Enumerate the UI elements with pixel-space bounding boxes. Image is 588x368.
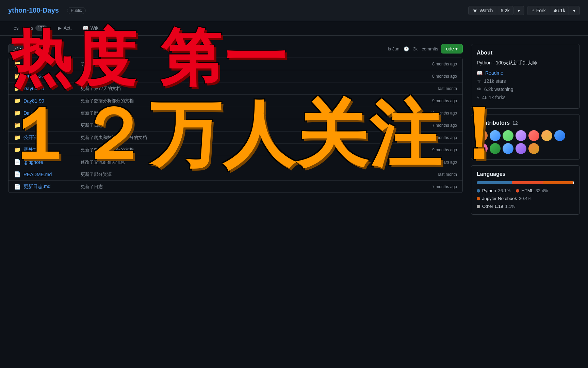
file-time: 5 months ago (416, 135, 457, 140)
file-time: 8 months ago (416, 62, 457, 66)
nav-right: 👁 Watch 6.2k ▾ ⑂ Fork 46.1k ▾ (468, 6, 580, 15)
folder-icon: 📁 (14, 73, 21, 79)
tab-insights-label: ts (111, 25, 114, 31)
file-name[interactable]: res (23, 123, 78, 128)
contributor-avatar[interactable] (528, 143, 539, 154)
commit-count: 3k (413, 46, 418, 51)
contributor-avatar[interactable] (477, 130, 488, 141)
python-label: Python (482, 188, 496, 193)
issues-count: 179 (35, 25, 47, 31)
chevron-down-icon-code: ▾ (455, 46, 458, 51)
folder-icon: 📁 (14, 122, 21, 128)
file-time: 11 months ago (416, 111, 457, 116)
contributor-avatar[interactable] (528, 130, 539, 141)
html-label: HTML (521, 188, 533, 193)
star-icon-about: ☆ (477, 78, 481, 84)
contributors-section: Contributors 12 (471, 114, 580, 160)
contributor-avatar[interactable] (541, 130, 552, 141)
file-commit: 修改了交流群相关信息 (81, 159, 413, 165)
folder-icon: 📁 (14, 147, 21, 153)
file-commit: 了网友..的错误 (81, 61, 413, 67)
file-name[interactable]: Day66-80 (23, 86, 78, 91)
contributor-avatar[interactable] (503, 130, 513, 141)
contributor-avatar[interactable] (516, 130, 526, 141)
tab-insights[interactable]: ts (105, 21, 120, 35)
contributor-avatar[interactable] (503, 143, 513, 154)
contributor-avatar[interactable] (490, 143, 501, 154)
file-commit: 更新了部分文档 (81, 110, 413, 116)
file-name[interactable]: Day..10 (23, 61, 78, 67)
commits-label: commits (422, 46, 438, 51)
folder-icon: 📁 (14, 61, 21, 67)
tab-issues[interactable]: ts 179 (24, 21, 52, 35)
contributor-avatar[interactable] (516, 143, 526, 154)
tab-wiki[interactable]: 📖 Wik. (77, 21, 105, 35)
contributor-avatars (477, 130, 574, 154)
repo-name[interactable]: ython-100-Days (8, 6, 59, 14)
readme-link[interactable]: Readme (485, 70, 503, 76)
watch-dropdown[interactable]: ▾ (513, 6, 524, 15)
file-commit: 更新了第77天的文档 (81, 86, 413, 92)
branch-selector[interactable]: ⎇ p ▾ (8, 44, 32, 53)
jupyter-dot (477, 197, 480, 200)
html-pct: 32.4% (536, 188, 548, 193)
commit-date: is Jun (388, 46, 399, 51)
file-commit: 更 (81, 73, 413, 79)
code-label: ode (446, 46, 454, 51)
html-dot (516, 189, 519, 193)
contributor-avatar[interactable] (554, 130, 565, 141)
fork-count[interactable]: 46.1k (550, 6, 569, 15)
other-bar (573, 181, 574, 184)
book-icon-about: 📖 (477, 70, 483, 76)
languages-section: Languages Python 36.1% HTML (471, 165, 580, 215)
play-icon: ▶ (58, 25, 62, 31)
python-bar (477, 181, 512, 184)
about-forks: ⑂ 46.1k forks (477, 95, 574, 100)
contributor-avatar[interactable] (490, 130, 501, 141)
other-dot (477, 205, 480, 208)
file-name[interactable]: Day81-90 (23, 98, 78, 104)
folder-icon: 📁 (14, 85, 21, 92)
file-name[interactable]: .gitignore (23, 159, 78, 165)
contributors-title: Contributors 12 (477, 120, 574, 126)
jupyter-pct: 30.4% (519, 196, 532, 201)
contributors-label: Contributors (477, 120, 510, 126)
tab-actions[interactable]: ▶ Act. (52, 21, 77, 35)
watch-count[interactable]: 6.2k (497, 6, 513, 15)
contributor-avatar[interactable] (477, 143, 488, 154)
file-row: 📄 更新日志.md 更新了日志 7 months ago (9, 181, 462, 193)
file-name[interactable]: 公开课 (23, 135, 78, 141)
file-row: 📁 公开课 更新了爬虫和数据分析部分的文档 5 months ago (9, 132, 462, 144)
about-stars: ☆ 121k stars (477, 78, 574, 84)
python-dot (477, 189, 480, 193)
fork-icon: ⑂ (532, 8, 534, 13)
jupyter-bar (543, 181, 573, 184)
fork-dropdown[interactable]: ▾ (569, 6, 580, 15)
file-row: 📁 Day81-90 更新了数据分析部分的文档 9 months ago (9, 95, 462, 107)
language-item-jupyter: Jupyter Notebook 30.4% (477, 196, 532, 201)
watch-button[interactable]: 👁 Watch (468, 6, 497, 15)
file-name[interactable]: Day91-100 (23, 110, 78, 116)
file-browser: ⎇ p ▾ is Jun 🕐 3k commits ode ▾ (8, 44, 463, 358)
fork-icon-about: ⑂ (477, 95, 479, 100)
tab-code[interactable]: es (8, 21, 24, 35)
commit-info: is Jun 🕐 3k commits (388, 46, 438, 51)
jupyter-label: Jupyter Notebook (482, 196, 517, 201)
about-readme: 📖 Readme (477, 70, 574, 76)
github-page: ython-100-Days Public 👁 Watch 6.2k ▾ ⑂ F… (0, 0, 588, 368)
about-description: Python - 100天从新手到大师 (477, 60, 574, 66)
code-button[interactable]: ode ▾ (441, 44, 463, 53)
folder-icon: 📁 (14, 110, 21, 116)
tab-actions-label: Act. (64, 25, 72, 31)
file-commit: 更新了部分资源 (81, 171, 413, 178)
book-icon: 📖 (83, 25, 88, 31)
fork-button[interactable]: ⑂ Fork (527, 6, 550, 15)
file-name[interactable]: README.md (23, 172, 78, 177)
file-name[interactable]: 番外篇 (23, 147, 78, 153)
file-name[interactable]: 更新日志.md (23, 184, 78, 190)
file-row: 📁 res 更新了日志 7 months ago (9, 119, 462, 132)
file-name[interactable]: Day21-30 (23, 74, 78, 79)
language-item-other: Other 1.19 1.1% (477, 204, 515, 209)
stars-count: 121k stars (484, 78, 506, 84)
file-time: 8 months ago (416, 74, 457, 79)
